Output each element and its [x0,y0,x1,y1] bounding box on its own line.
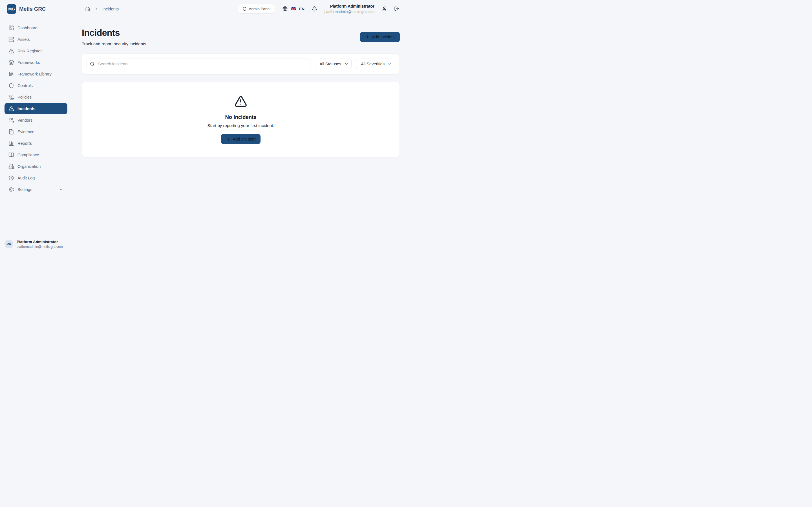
sidebar-item-incidents[interactable]: Incidents [4,103,67,114]
settings-icon [8,187,14,192]
sidebar-item-label: Dashboard [17,25,38,30]
empty-state-add-incident-label: Add Incident [233,137,256,142]
sidebar-item-policies[interactable]: Policies [4,91,67,103]
empty-state-add-incident-button[interactable]: Add Incident [221,134,261,144]
breadcrumb: Incidents [85,6,119,11]
sidebar-item-label: Audit Log [17,176,35,180]
sidebar-item-label: Vendors [17,118,33,122]
severity-filter-select[interactable]: All Severities [356,59,395,69]
sidebar-item-audit-log[interactable]: Audit Log [4,172,67,184]
plus-icon [226,137,231,142]
warning-triangle-icon [234,95,247,108]
status-filter-select[interactable]: All Statuses [315,59,352,69]
avatar: PA [4,240,13,248]
topbar: Incidents Admin Panel EN [72,0,406,18]
topbar-user-email: platformadmin@metis-grc.com [324,9,374,14]
filters-card: All Statuses All Severities [82,54,400,74]
page-subtitle: Track and report security incidents [82,41,146,46]
sidebar-user-text: Platform Administrator platformadmin@met… [17,239,63,249]
page-header-text: Incidents Track and report security inci… [82,27,146,46]
uk-flag-icon [291,7,296,10]
sidebar-item-label: Policies [17,95,32,100]
sidebar-item-organization[interactable]: Organization [4,161,67,172]
chevron-down-icon [59,187,63,192]
breadcrumb-current: Incidents [102,7,119,11]
sidebar-item-framework-library[interactable]: Framework Library [4,68,67,80]
sidebar-item-label: Controls [17,83,33,88]
sidebar-user-name: Platform Administrator [17,239,63,244]
sidebar-item-evidence[interactable]: Evidence [4,126,67,137]
controls-icon [8,83,14,89]
chevron-right-icon [94,7,98,11]
topbar-user-info: Platform Administrator platformadmin@met… [324,3,374,14]
empty-state-card: No Incidents Start by reporting your fir… [82,82,400,157]
sidebar: MG Metis GRC Dashboard Assets Risk [0,0,72,253]
admin-panel-label: Admin Panel [249,7,271,11]
sidebar-item-risk-register[interactable]: Risk Register [4,45,67,57]
add-incident-button[interactable]: Add Incident [360,32,400,42]
sidebar-item-vendors[interactable]: Vendors [4,114,67,126]
reports-icon [8,140,14,146]
admin-panel-button[interactable]: Admin Panel [238,4,275,13]
sidebar-item-compliance[interactable]: Compliance [4,149,67,161]
topbar-user-name: Platform Administrator [324,3,374,9]
sidebar-item-frameworks[interactable]: Frameworks [4,57,67,68]
audit-log-icon [8,175,14,181]
sidebar-item-label: Frameworks [17,60,40,65]
plus-icon [365,35,370,39]
sidebar-item-label: Organization [17,164,41,169]
search-wrap [87,59,310,69]
risk-register-icon [8,48,14,54]
severity-filter-value: All Severities [361,62,385,66]
sidebar-nav: Dashboard Assets Risk Register Framework… [0,18,72,235]
policies-icon [8,94,14,100]
language-switcher[interactable]: EN [283,6,305,11]
sidebar-item-controls[interactable]: Controls [4,80,67,91]
framework-library-icon [8,71,14,77]
sidebar-item-label: Reports [17,141,32,146]
status-filter-value: All Statuses [320,62,342,66]
user-icon[interactable] [382,6,387,11]
assets-icon [8,37,14,42]
sidebar-item-settings[interactable]: Settings [4,184,67,195]
brand[interactable]: MG Metis GRC [0,0,72,18]
app-window: MG Metis GRC Dashboard Assets Risk [0,0,406,253]
sidebar-item-label: Risk Register [17,49,42,53]
page-header: Incidents Track and report security inci… [82,27,400,46]
frameworks-icon [8,60,14,65]
sidebar-item-label: Settings [17,187,32,192]
sidebar-item-label: Incidents [17,107,36,111]
evidence-icon [8,129,14,135]
sidebar-item-label: Compliance [17,153,39,157]
globe-icon [283,6,288,11]
vendors-icon [8,117,14,123]
sidebar-user-card[interactable]: PA Platform Administrator platformadmin@… [0,235,72,253]
sidebar-user-email: platformadmin@metis-grc.com [17,244,63,249]
empty-state-message: Start by reporting your first incident. [207,123,274,128]
chevron-down-icon [344,62,349,66]
page-title: Incidents [82,27,146,38]
brand-name: Metis GRC [19,6,46,12]
add-incident-label: Add Incident [372,35,395,39]
sidebar-item-dashboard[interactable]: Dashboard [4,22,67,34]
sidebar-item-assets[interactable]: Assets [4,34,67,45]
empty-state-title: No Incidents [225,114,256,120]
home-icon[interactable] [85,6,90,11]
dashboard-icon [8,25,14,31]
search-icon [90,62,95,66]
shield-icon [243,7,247,11]
chevron-down-icon [388,62,392,66]
search-input[interactable] [87,59,310,69]
sidebar-item-reports[interactable]: Reports [4,137,67,149]
sidebar-item-label: Framework Library [17,72,52,76]
sidebar-item-label: Assets [17,37,30,42]
incidents-icon [8,106,14,112]
language-code: EN [299,7,305,11]
main-area: Incidents Admin Panel EN [72,0,406,253]
bell-icon[interactable] [312,6,317,11]
topbar-actions: Admin Panel EN Platform Administrator [238,3,400,14]
sidebar-item-label: Evidence [17,129,35,134]
compliance-icon [8,152,14,158]
page-content: Incidents Track and report security inci… [72,18,406,253]
logout-icon[interactable] [394,6,399,11]
